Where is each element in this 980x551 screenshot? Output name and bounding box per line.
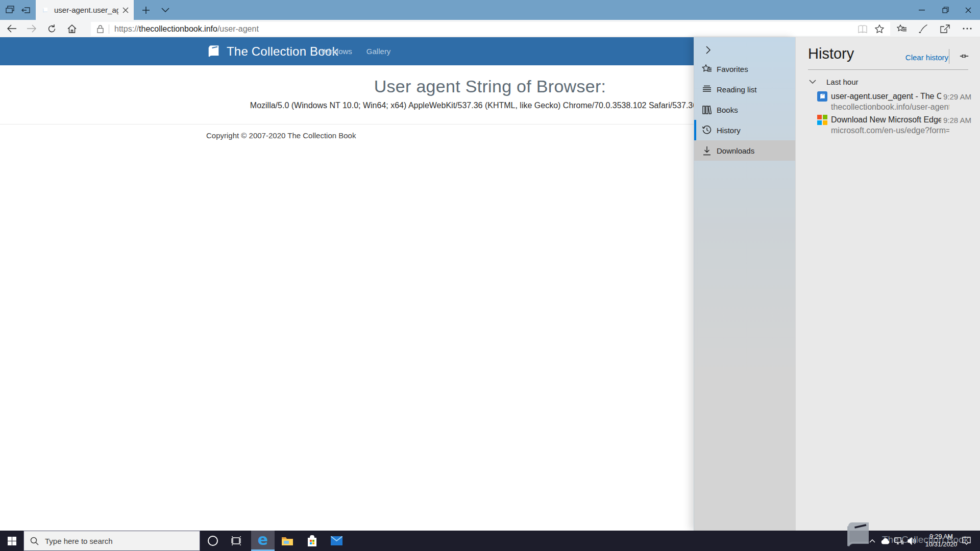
chevron-up-icon: [869, 539, 875, 543]
back-button[interactable]: [2, 20, 21, 37]
taskbar-search[interactable]: [23, 531, 200, 551]
pin-panel-button[interactable]: [956, 49, 972, 63]
annotate-button[interactable]: [914, 20, 933, 37]
sidebar-item-reading-list[interactable]: Reading list: [694, 79, 796, 99]
history-rule: [808, 69, 968, 70]
tab-bar: user-agent.user_agent -: [0, 0, 980, 20]
site-nav: Windows Gallery: [321, 47, 390, 56]
sidebar-item-label: Books: [717, 106, 738, 114]
nav-link-windows[interactable]: Windows: [321, 47, 352, 56]
action-center-button[interactable]: [960, 531, 973, 551]
chevron-down-icon: [161, 8, 169, 12]
close-icon: [965, 7, 971, 13]
sidebar-item-history[interactable]: History: [694, 120, 796, 140]
forward-arrow-icon: [27, 24, 36, 33]
history-entry[interactable]: Download New Microsoft Edge Brow 9:28 AM…: [796, 113, 980, 138]
tabs-set-aside-list-button[interactable]: [2, 0, 17, 20]
tab-title: user-agent.user_agent -: [54, 6, 118, 14]
history-clock-icon: [701, 124, 713, 136]
microsoft-logo-icon: [817, 115, 827, 125]
onedrive-tray-icon[interactable]: [879, 531, 892, 551]
hidden-icons-button[interactable]: [866, 531, 879, 551]
clear-history-link[interactable]: Clear history: [897, 53, 948, 62]
pin-icon: [959, 51, 969, 61]
system-tray: [866, 531, 919, 551]
url-text: https://thecollectionbook.info/user-agen…: [114, 24, 857, 34]
address-bar[interactable]: https://thecollectionbook.info/user-agen…: [91, 22, 890, 36]
home-icon: [67, 24, 77, 33]
sidebar-item-books[interactable]: Books: [694, 99, 796, 120]
nav-link-gallery[interactable]: Gallery: [366, 47, 391, 56]
volume-tray-icon[interactable]: [905, 531, 919, 551]
sidebar-item-label: Favorites: [717, 65, 748, 73]
hub-collapse-button[interactable]: [700, 42, 716, 58]
history-entry-url: microsoft.com/en-us/edge?form=MA: [831, 126, 949, 135]
history-group-label: Last hour: [826, 78, 859, 86]
share-button[interactable]: [935, 20, 954, 37]
action-center-icon: [962, 537, 971, 545]
minimize-button[interactable]: [910, 0, 934, 20]
set-tabs-aside-button[interactable]: [18, 0, 34, 20]
forward-button[interactable]: [21, 20, 41, 37]
restore-icon: [942, 7, 949, 13]
browser-tab[interactable]: user-agent.user_agent -: [36, 0, 134, 20]
site-favicon: [817, 91, 827, 102]
history-header-divider: [949, 49, 949, 64]
site-favicon: [41, 6, 50, 15]
mail-button[interactable]: [325, 531, 348, 551]
close-window-button[interactable]: [957, 0, 980, 20]
history-entry-url: thecollectionbook.info/user-agent: [831, 103, 949, 112]
add-favorite-button[interactable]: [875, 24, 884, 33]
task-view-button[interactable]: [225, 531, 248, 551]
action-center: [960, 531, 973, 551]
sidebar-item-label: Reading list: [717, 85, 756, 94]
history-entry[interactable]: user-agent.user_agent - The Collectio 9:…: [796, 90, 980, 114]
lock-icon: [97, 25, 104, 33]
sidebar-item-label: History: [717, 126, 741, 135]
network-tray-icon[interactable]: [892, 531, 905, 551]
reading-view-button[interactable]: [857, 25, 868, 33]
minimize-icon: [919, 10, 925, 11]
url-path: /user-agent: [217, 24, 259, 33]
taskbar-clock[interactable]: 9:29 AM 10/31/2020: [923, 531, 960, 551]
search-input[interactable]: [45, 537, 183, 545]
history-entry-time: 9:29 AM: [943, 92, 971, 101]
pen-icon: [919, 24, 928, 33]
tab-preview-toggle[interactable]: [157, 0, 174, 20]
hub-star-list-icon: [897, 24, 907, 33]
microsoft-store-button[interactable]: [300, 531, 324, 551]
history-entry-title: user-agent.user_agent - The Collectio: [831, 92, 941, 101]
cortana-button[interactable]: [201, 531, 225, 551]
folder-icon: [281, 536, 293, 546]
file-explorer-button[interactable]: [276, 531, 299, 551]
search-icon: [30, 537, 39, 545]
star-icon: [875, 24, 884, 33]
sidebar-item-downloads[interactable]: Downloads: [694, 140, 796, 161]
share-icon: [940, 24, 950, 33]
taskbar-edge-button[interactable]: e: [251, 531, 275, 551]
history-group-row[interactable]: Last hour: [796, 75, 980, 88]
network-icon: [894, 537, 903, 545]
mail-envelope-icon: [331, 536, 342, 545]
hub-button[interactable]: [892, 20, 912, 37]
settings-more-button[interactable]: [958, 20, 977, 37]
start-button[interactable]: [0, 531, 23, 551]
speaker-icon: [908, 537, 917, 545]
site-brand[interactable]: The Collection Book: [206, 44, 338, 59]
taskbar: e 9:29 AM 10/31/2020: [0, 531, 980, 551]
new-tab-button[interactable]: [138, 0, 154, 20]
ellipsis-icon: [963, 28, 972, 30]
tab-close-button[interactable]: [122, 7, 129, 13]
chevron-down-icon: [809, 80, 816, 84]
restore-button[interactable]: [934, 0, 957, 20]
history-panel-title: History: [808, 45, 854, 62]
copyright-text: Copyright © 2007-2020 The Collection Boo…: [206, 131, 356, 140]
close-icon: [122, 7, 129, 13]
clock-time: 9:29 AM: [929, 533, 953, 541]
task-view-icon: [231, 536, 241, 545]
address-toolbar: https://thecollectionbook.info/user-agen…: [0, 20, 980, 37]
refresh-button[interactable]: [42, 20, 61, 37]
home-button[interactable]: [62, 20, 82, 37]
sidebar-item-favorites[interactable]: Favorites: [694, 59, 796, 79]
books-icon: [701, 104, 713, 115]
